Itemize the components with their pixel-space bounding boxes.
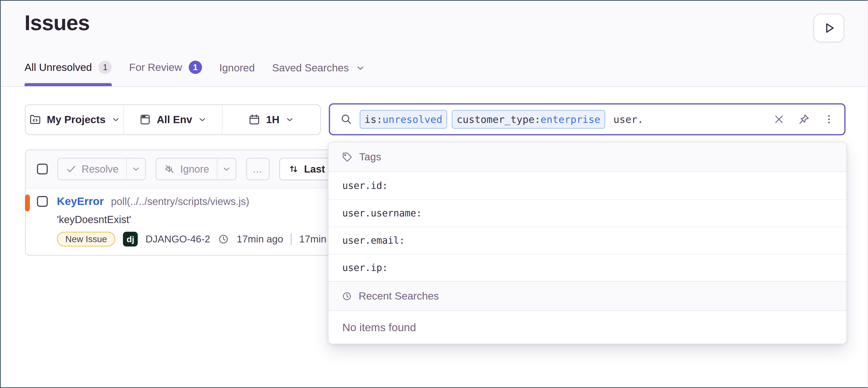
new-issue-badge: New Issue xyxy=(57,232,115,247)
time-range-label: 1H xyxy=(266,114,279,126)
calendar-icon xyxy=(248,114,260,126)
resolve-dropdown-caret[interactable] xyxy=(126,159,145,180)
tab-count-badge: 1 xyxy=(189,61,202,74)
issue-short-id: DJANGO-46-2 xyxy=(145,233,210,245)
tab-label: All Unresolved xyxy=(25,61,92,73)
sort-arrows-icon xyxy=(288,163,300,175)
chevron-down-icon xyxy=(355,63,365,73)
error-level-bar xyxy=(25,195,30,211)
tag-icon xyxy=(342,152,352,162)
tab-label: Ignored xyxy=(219,62,255,74)
tab-label: For Review xyxy=(129,61,182,73)
tags-section-header: Tags xyxy=(329,142,846,172)
active-tab-underline xyxy=(25,83,112,86)
tag-suggestion-user-id[interactable]: user.id: xyxy=(329,172,846,199)
token-value: unresolved xyxy=(382,114,442,125)
search-token-is-unresolved[interactable]: is:unresolved xyxy=(360,110,447,129)
ignore-split-button: Ignore xyxy=(156,158,237,180)
tag-suggestion-user-email[interactable]: user.email: xyxy=(329,227,846,254)
select-all-checkbox[interactable] xyxy=(37,164,48,174)
chevron-down-icon xyxy=(111,115,120,124)
check-icon xyxy=(66,164,76,174)
play-tour-button[interactable] xyxy=(813,13,844,42)
token-key: is: xyxy=(365,114,382,125)
ellipsis-icon: … xyxy=(252,163,264,175)
environment-filter-label: All Env xyxy=(157,114,192,126)
pin-search-icon[interactable] xyxy=(798,113,810,125)
search-menu-kebab-icon[interactable] xyxy=(824,114,835,125)
issue-checkbox[interactable] xyxy=(37,196,48,207)
issue-culprit: poll(../../sentry/scripts/views.js) xyxy=(111,196,249,207)
page-title: Issues xyxy=(25,10,90,35)
clock-icon xyxy=(218,233,229,245)
project-filter[interactable]: My Projects xyxy=(26,105,123,134)
clear-search-icon[interactable] xyxy=(773,114,784,125)
tags-section-title: Tags xyxy=(359,151,381,163)
search-suggestions-dropdown: Tags user.id: user.username: user.email:… xyxy=(328,142,847,343)
ignore-dropdown-caret[interactable] xyxy=(217,159,236,180)
recent-searches-empty: No items found xyxy=(329,311,846,344)
django-project-icon: dj xyxy=(123,232,138,247)
recent-searches-title: Recent Searches xyxy=(359,290,439,302)
tab-ignored[interactable]: Ignored xyxy=(219,62,255,86)
search-icon xyxy=(340,113,352,125)
issue-tabs: All Unresolved 1 For Review 1 Ignored Sa… xyxy=(25,61,365,86)
resolve-label: Resolve xyxy=(82,163,119,175)
tag-suggestion-user-username[interactable]: user.username: xyxy=(329,199,846,227)
project-filter-label: My Projects xyxy=(47,114,105,126)
issue-meta: New Issue dj DJANGO-46-2 17min ago 17min… xyxy=(57,232,342,247)
more-actions-button[interactable]: … xyxy=(246,158,270,180)
environment-filter[interactable]: All Env xyxy=(123,105,222,134)
resolve-button[interactable]: Resolve xyxy=(58,159,126,180)
token-key: customer_type: xyxy=(457,114,540,125)
recent-searches-header: Recent Searches xyxy=(329,281,846,311)
mute-icon xyxy=(164,163,175,174)
tab-label: Saved Searches xyxy=(272,62,349,74)
window-icon xyxy=(139,114,151,126)
chevron-down-icon xyxy=(198,115,207,124)
meta-divider xyxy=(291,233,291,245)
project-folder-icon xyxy=(29,114,41,126)
issue-age: 17min ago xyxy=(237,233,283,245)
search-token-customer-type[interactable]: customer_type:enterprise xyxy=(452,110,605,129)
ignore-button[interactable]: Ignore xyxy=(156,159,217,180)
time-range-filter[interactable]: 1H xyxy=(222,105,320,134)
issue-title-link[interactable]: KeyError xyxy=(57,195,104,207)
tab-count-badge: 1 xyxy=(98,61,112,74)
issue-message: 'keyDoesntExist' xyxy=(57,214,131,225)
play-icon xyxy=(823,22,836,35)
tab-saved-searches[interactable]: Saved Searches xyxy=(272,62,365,86)
clock-icon xyxy=(342,291,352,301)
issue-heading: KeyError poll(../../sentry/scripts/views… xyxy=(57,195,249,207)
issue-search-bar[interactable]: is:unresolved customer_type:enterprise u… xyxy=(329,103,845,135)
page-filter-bar: My Projects All Env 1H xyxy=(25,104,321,135)
token-value: enterprise xyxy=(540,114,600,125)
resolve-split-button: Resolve xyxy=(57,158,146,180)
page-header: Issues All Unresolved 1 For Review 1 Ign… xyxy=(1,1,867,87)
ignore-label: Ignore xyxy=(180,163,209,175)
tab-all-unresolved[interactable]: All Unresolved 1 xyxy=(25,61,112,86)
search-input-text[interactable]: user. xyxy=(614,114,643,125)
search-actions xyxy=(773,104,835,134)
tab-for-review[interactable]: For Review 1 xyxy=(129,61,202,86)
tag-suggestion-user-ip[interactable]: user.ip: xyxy=(329,254,846,281)
chevron-down-icon xyxy=(285,115,294,124)
